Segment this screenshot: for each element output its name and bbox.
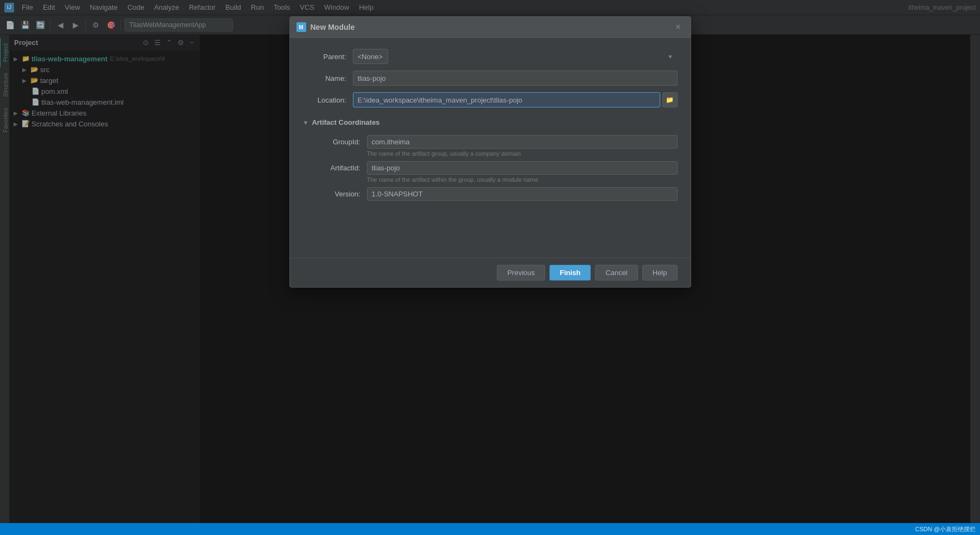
artifactid-hint: The name of the artifact within the grou…: [367, 176, 678, 183]
dialog-title-bar: M New Module ×: [290, 17, 691, 38]
parent-select-wrapper: <None>: [353, 49, 678, 64]
dialog-footer: Previous Finish Cancel Help: [290, 258, 691, 287]
dialog-close-btn[interactable]: ×: [672, 21, 684, 33]
dialog-body: Parent: <None> Name: Location: 📁: [290, 38, 691, 258]
status-right: CSDN @小袁拒绝摆烂: [915, 525, 976, 533]
previous-button[interactable]: Previous: [497, 265, 545, 281]
parent-label: Parent:: [303, 53, 346, 61]
location-input[interactable]: [353, 92, 660, 107]
artifact-section-header[interactable]: ▼ Artifact Coordinates: [303, 116, 678, 129]
new-module-dialog: M New Module × Parent: <None> Name:: [289, 16, 691, 288]
groupid-hint: The name of the artifact group, usually …: [367, 150, 678, 157]
location-browse-btn[interactable]: 📁: [662, 92, 678, 107]
artifactid-field-group: The name of the artifact within the grou…: [367, 161, 678, 183]
parent-select[interactable]: <None>: [353, 49, 388, 64]
dialog-title: New Module: [311, 23, 673, 31]
version-label: Version:: [312, 187, 361, 198]
parent-row: Parent: <None>: [303, 49, 678, 64]
help-button[interactable]: Help: [642, 265, 678, 281]
name-row: Name:: [303, 71, 678, 86]
name-input[interactable]: [353, 71, 678, 86]
name-label: Name:: [303, 74, 346, 82]
artifact-form: GroupId: The name of the artifact group,…: [303, 135, 678, 201]
artifactid-row: ArtifactId: The name of the artifact wit…: [312, 161, 678, 183]
version-row: Version:: [312, 187, 678, 201]
cancel-button[interactable]: Cancel: [595, 265, 637, 281]
groupid-row: GroupId: The name of the artifact group,…: [312, 135, 678, 157]
location-row: Location: 📁: [303, 92, 678, 107]
artifactid-input[interactable]: [367, 161, 678, 175]
dialog-overlay: M New Module × Parent: <None> Name:: [0, 0, 980, 535]
groupid-field-group: The name of the artifact group, usually …: [367, 135, 678, 157]
finish-button[interactable]: Finish: [549, 265, 591, 281]
location-wrapper: 📁: [353, 92, 678, 107]
version-input[interactable]: [367, 187, 678, 201]
location-label: Location:: [303, 96, 346, 104]
artifactid-label: ArtifactId:: [312, 161, 361, 172]
artifact-section-title: Artifact Coordinates: [312, 118, 380, 126]
dialog-app-icon: M: [296, 22, 306, 32]
version-field-group: [367, 187, 678, 201]
groupid-input[interactable]: [367, 135, 678, 149]
ide-window: IJ // Will be populated after DOM ready …: [0, 0, 980, 535]
section-collapse-icon: ▼: [303, 119, 309, 126]
groupid-label: GroupId:: [312, 135, 361, 146]
status-bar: CSDN @小袁拒绝摆烂: [0, 523, 980, 535]
